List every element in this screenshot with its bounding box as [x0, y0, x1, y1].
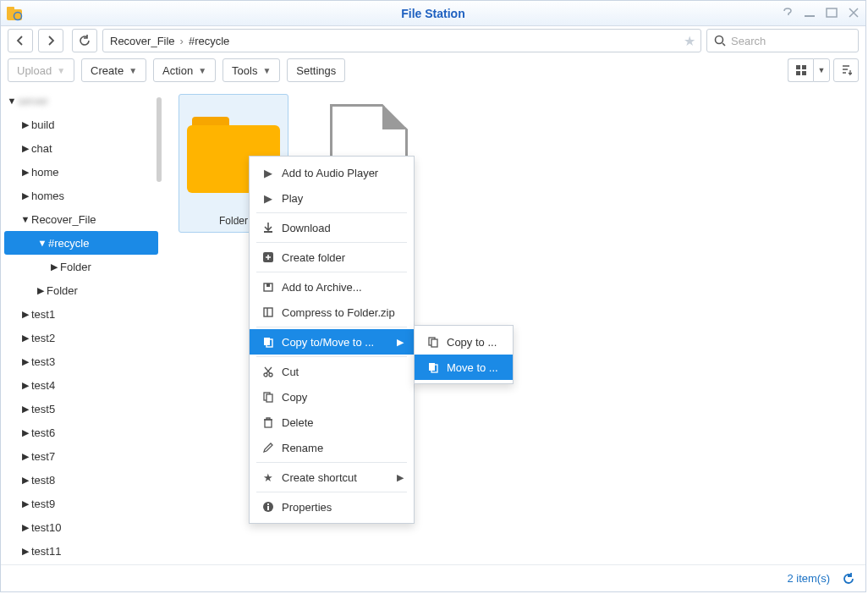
star-icon[interactable]: ★ — [684, 33, 695, 49]
menu-rename[interactable]: Rename — [250, 435, 414, 460]
settings-button[interactable]: Settings — [287, 58, 345, 82]
tree-item[interactable]: ▶build — [1, 113, 162, 136]
svg-rect-26 — [431, 339, 437, 347]
menu-play[interactable]: ▶Play — [250, 185, 414, 211]
context-menu: ▶Add to Audio Player ▶Play Download Crea… — [249, 156, 415, 524]
svg-rect-13 — [266, 283, 270, 287]
copy-icon — [260, 336, 277, 348]
app-icon — [6, 6, 23, 21]
maximize-icon[interactable] — [825, 6, 838, 19]
download-icon — [260, 222, 277, 234]
tree-item[interactable]: ▶test1 — [1, 302, 162, 326]
svg-point-18 — [269, 373, 272, 377]
status-bar: 2 item(s) — [1, 564, 865, 591]
menu-delete[interactable]: Delete — [250, 410, 414, 435]
menu-shortcut[interactable]: ★Create shortcut▶ — [250, 465, 414, 490]
menu-copy-move[interactable]: Copy to/Move to ...▶ — [250, 329, 414, 355]
tools-button[interactable]: Tools▼ — [222, 58, 280, 82]
forward-button[interactable] — [38, 29, 63, 52]
tree-item[interactable]: ▶test3 — [1, 349, 162, 373]
svg-rect-3 — [805, 15, 815, 17]
tree-item[interactable]: ▼Recover_File — [1, 207, 162, 231]
svg-rect-20 — [266, 394, 272, 402]
tree-item[interactable]: ▶homes — [1, 184, 162, 207]
minimize-icon[interactable] — [803, 6, 816, 19]
breadcrumb-part[interactable]: #recycle — [189, 35, 229, 47]
action-button[interactable]: Action▼ — [153, 58, 216, 82]
view-thumbnails-button[interactable] — [788, 58, 813, 82]
sidebar: ▼server ▶build ▶chat ▶home ▶homes ▼Recov… — [1, 85, 162, 564]
play-icon: ▶ — [260, 167, 277, 179]
svg-rect-9 — [802, 71, 806, 75]
svg-rect-1 — [7, 7, 14, 11]
breadcrumb-part[interactable]: Recover_File — [110, 35, 175, 47]
tree-item[interactable]: ▶Folder — [1, 278, 162, 302]
back-button[interactable] — [8, 29, 33, 52]
trash-icon — [260, 416, 277, 428]
svg-rect-23 — [267, 506, 269, 510]
search-icon — [714, 35, 726, 47]
sort-button[interactable] — [833, 58, 859, 82]
tree-item[interactable]: ▶chat — [1, 136, 162, 160]
svg-rect-21 — [265, 420, 272, 427]
tree-root[interactable]: ▼server — [1, 89, 162, 113]
zip-icon — [260, 306, 277, 318]
svg-rect-14 — [264, 308, 272, 316]
help-icon[interactable] — [781, 6, 794, 19]
menu-add-audio[interactable]: ▶Add to Audio Player — [250, 160, 414, 185]
svg-rect-10 — [264, 231, 272, 233]
item-count: 2 item(s) — [787, 572, 830, 585]
tree-item[interactable]: ▶test6 — [1, 421, 162, 444]
tree-item[interactable]: ▶test9 — [1, 492, 162, 515]
move-icon — [425, 361, 442, 373]
chevron-right-icon: › — [180, 35, 184, 47]
submenu: Copy to ... Move to ... — [414, 325, 514, 384]
tree-item[interactable]: ▶test10 — [1, 515, 162, 539]
submenu-move-to[interactable]: Move to ... — [415, 355, 513, 380]
tree-item[interactable]: ▶test4 — [1, 373, 162, 397]
menu-compress[interactable]: Compress to Folder.zip — [250, 300, 414, 325]
menu-download[interactable]: Download — [250, 215, 414, 240]
create-button[interactable]: Create▼ — [81, 58, 146, 82]
titlebar: File Station — [1, 1, 865, 26]
pencil-icon — [260, 442, 277, 454]
search-input[interactable]: Search — [706, 29, 859, 52]
play-icon: ▶ — [260, 192, 277, 205]
close-icon[interactable] — [847, 6, 860, 19]
refresh-icon[interactable] — [842, 572, 855, 586]
info-icon — [260, 501, 277, 513]
menu-properties[interactable]: Properties — [250, 494, 414, 520]
refresh-button[interactable] — [72, 29, 97, 52]
tree-item[interactable]: ▶test11 — [1, 539, 162, 563]
svg-rect-7 — [802, 65, 806, 69]
tree-item[interactable]: ▶test8 — [1, 468, 162, 492]
tree-item[interactable]: ▶Folder — [1, 255, 162, 278]
tree-item[interactable]: ▶home — [1, 160, 162, 184]
menu-cut[interactable]: Cut — [250, 359, 414, 384]
tree-item[interactable]: ▶test7 — [1, 444, 162, 468]
plus-icon — [260, 251, 277, 263]
tree-item[interactable]: ▶test5 — [1, 397, 162, 421]
menu-add-archive[interactable]: Add to Archive... — [250, 274, 414, 300]
svg-point-17 — [264, 373, 267, 377]
svg-rect-8 — [796, 71, 800, 75]
menu-copy[interactable]: Copy — [250, 384, 414, 410]
svg-rect-24 — [267, 503, 269, 505]
window-title: File Station — [1, 7, 865, 20]
svg-rect-4 — [827, 8, 837, 17]
breadcrumb[interactable]: Recover_File › #recycle ★ — [102, 29, 701, 52]
cut-icon — [260, 366, 277, 377]
submenu-copy-to[interactable]: Copy to ... — [415, 329, 513, 355]
copy-icon — [425, 336, 442, 348]
svg-point-5 — [716, 36, 723, 44]
tree-item[interactable]: ▶test2 — [1, 326, 162, 349]
archive-icon — [260, 281, 277, 293]
view-dropdown-button[interactable]: ▼ — [813, 58, 830, 82]
copy-icon — [260, 391, 277, 403]
menu-create-folder[interactable]: Create folder — [250, 245, 414, 270]
tree-item-selected[interactable]: ▼#recycle — [4, 231, 158, 255]
star-icon: ★ — [260, 471, 277, 484]
upload-button[interactable]: Upload▼ — [8, 58, 74, 82]
svg-rect-6 — [796, 65, 800, 69]
